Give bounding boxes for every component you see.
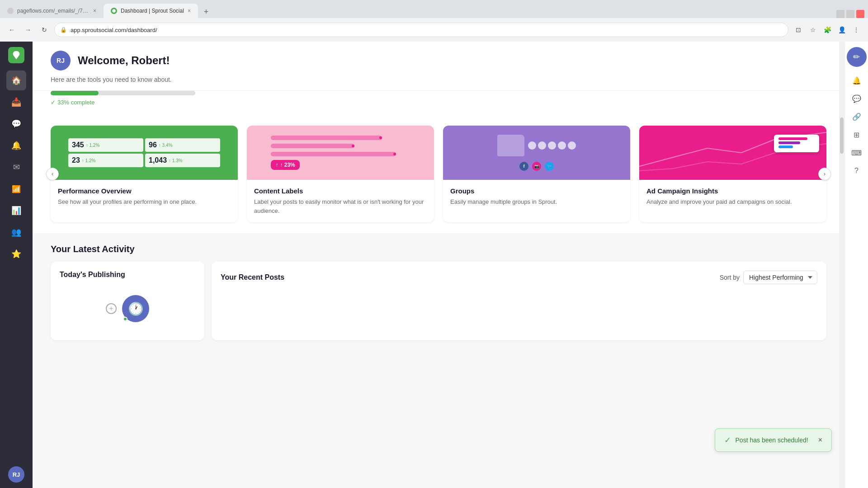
right-help-button[interactable]: ?	[849, 163, 865, 179]
right-notifications-button[interactable]: 🔔	[849, 72, 865, 89]
cast-icon[interactable]: ⊡	[792, 23, 805, 36]
recent-posts-title: Your Recent Posts	[221, 273, 284, 282]
toast-notification: ✓ Post has been scheduled! ×	[715, 428, 832, 452]
user-initials: RJ	[57, 57, 65, 64]
ad-visual	[639, 126, 826, 180]
sidebar-item-people[interactable]: 👥	[6, 222, 26, 242]
content-badge-icon: ↑	[275, 162, 278, 168]
feature-card-performance[interactable]: 345 ↑ 1.2% 96 ↑ 3.4% 23 ↑ 1.2%	[51, 126, 238, 222]
messages-icon: 💬	[11, 119, 21, 129]
compose-button[interactable]: ✏	[847, 47, 867, 67]
tab-close-1[interactable]: ×	[93, 8, 96, 14]
page-header: RJ Welcome, Robert! Here are the tools y…	[33, 42, 844, 91]
sidebar-item-home[interactable]: 🏠	[6, 70, 26, 90]
publishing-card: Today's Publishing + 🕐	[51, 262, 204, 340]
main-content: RJ Welcome, Robert! Here are the tools y…	[33, 42, 844, 488]
feature-card-groups[interactable]: f 📷 🐦 Groups Easily manage multiple grou…	[443, 126, 630, 222]
progress-label: ✓ 33% complete	[51, 99, 826, 106]
card-title-performance: Performance Overview	[58, 187, 231, 195]
tab-inactive[interactable]: pageflows.com/_emails/_/7fb5... ×	[0, 4, 104, 18]
stat-value-2: 96	[149, 141, 157, 149]
groups-avatars	[528, 141, 576, 150]
scrollbar-thumb	[840, 117, 844, 154]
card-image-performance: 345 ↑ 1.2% 96 ↑ 3.4% 23 ↑ 1.2%	[51, 126, 238, 180]
toast-close-button[interactable]: ×	[818, 436, 822, 444]
card-title-groups: Groups	[450, 187, 623, 195]
extensions-icon[interactable]: 🧩	[821, 23, 834, 36]
card-image-content-labels: ↑ ↑ 23%	[247, 126, 434, 180]
bookmark-icon[interactable]: ☆	[807, 23, 819, 36]
card-body-content-labels: Content Labels Label your posts to easil…	[247, 180, 434, 222]
cards-prev-button[interactable]: ‹	[46, 168, 59, 180]
perf-stat-1: 345 ↑ 1.2%	[68, 138, 143, 152]
clock-icon: 🕐	[128, 301, 144, 316]
refresh-button[interactable]: ↻	[38, 23, 51, 36]
sidebar-item-inbox[interactable]: 📥	[6, 92, 26, 112]
stat-change-1: ↑ 1.2%	[86, 143, 100, 148]
right-link-icon: 🔗	[852, 113, 861, 121]
schedule-icon: 🕐	[122, 295, 149, 322]
sort-select[interactable]: Highest Performing Most Recent Lowest Pe…	[743, 271, 817, 284]
perf-visual: 345 ↑ 1.2% 96 ↑ 3.4% 23 ↑ 1.2%	[65, 135, 224, 171]
sidebar-item-notifications[interactable]: 🔔	[6, 136, 26, 155]
group-avatar-2	[538, 141, 546, 150]
right-feedback-button[interactable]: 💬	[849, 90, 865, 107]
page-scrollbar[interactable]	[839, 42, 844, 488]
right-link-button[interactable]: 🔗	[849, 108, 865, 125]
groups-visual: f 📷 🐦	[497, 135, 576, 171]
tab-favicon-1	[7, 8, 14, 14]
card-title-ad-campaign: Ad Campaign Insights	[646, 187, 819, 195]
sort-by-container: Sort by Highest Performing Most Recent L…	[720, 271, 817, 284]
content-bar-2	[271, 144, 354, 148]
feature-card-ad-campaign[interactable]: Ad Campaign Insights Analyze and improve…	[639, 126, 826, 222]
app-layout: 🏠 📥 💬 🔔 ✉ 📶 📊 👥 ⭐ RJ	[0, 42, 868, 488]
sidebar-item-awards[interactable]: ⭐	[6, 244, 26, 264]
toast-message: Post has been scheduled!	[736, 436, 808, 444]
cards-next-button[interactable]: ›	[818, 168, 831, 180]
content-bar-3	[271, 152, 396, 156]
address-text: app.sproutsocial.com/dashboard/	[71, 27, 157, 33]
card-desc-groups: Easily manage multiple groups in Sprout.	[450, 197, 623, 206]
activity-grid: Today's Publishing + 🕐 Your Recent Posts	[51, 262, 826, 340]
lock-icon: 🔒	[60, 27, 67, 33]
back-button[interactable]: ←	[5, 23, 18, 36]
sidebar-user-avatar[interactable]: RJ	[8, 466, 24, 483]
group-avatar-4	[558, 141, 566, 150]
browser-close[interactable]	[856, 10, 864, 18]
social-icons-row: f 📷 🐦	[519, 162, 554, 171]
content-badge: ↑ ↑ 23%	[271, 160, 299, 170]
new-tab-button[interactable]: +	[200, 5, 212, 18]
right-apps-button[interactable]: ⊞	[849, 127, 865, 143]
sidebar-item-messages[interactable]: 💬	[6, 114, 26, 134]
forward-button[interactable]: →	[22, 23, 34, 36]
profile-icon[interactable]: 👤	[835, 23, 848, 36]
schedule-dot	[123, 317, 127, 321]
browser-maximize[interactable]	[846, 10, 854, 18]
card-body-performance: Performance Overview See how all your pr…	[51, 180, 238, 214]
feature-card-content-labels[interactable]: ↑ ↑ 23% Content Labels Label your posts …	[247, 126, 434, 222]
publishing-title: Today's Publishing	[60, 271, 195, 279]
ad-bar-1	[778, 137, 807, 140]
tab-close-2[interactable]: ×	[188, 8, 191, 14]
progress-section: ✓ 33% complete	[33, 91, 844, 115]
sidebar-item-analytics[interactable]: 📊	[6, 201, 26, 221]
tab-favicon-2	[111, 8, 117, 14]
add-post-button[interactable]: +	[106, 303, 117, 314]
cards-section: 345 ↑ 1.2% 96 ↑ 3.4% 23 ↑ 1.2%	[33, 115, 844, 233]
more-icon[interactable]: ⋮	[850, 23, 863, 36]
sprout-logo[interactable]	[8, 47, 24, 63]
tab-active[interactable]: Dashboard | Sprout Social ×	[104, 4, 198, 18]
cards-container: 345 ↑ 1.2% 96 ↑ 3.4% 23 ↑ 1.2%	[51, 126, 826, 222]
browser-minimize[interactable]	[836, 10, 844, 18]
address-bar[interactable]: 🔒 app.sproutsocial.com/dashboard/	[54, 23, 788, 37]
recent-posts-header: Your Recent Posts Sort by Highest Perfor…	[221, 271, 817, 284]
sidebar-avatar-initials: RJ	[13, 471, 20, 478]
page-header-top: RJ Welcome, Robert!	[51, 51, 826, 70]
right-keyboard-button[interactable]: ⌨	[849, 145, 865, 161]
ad-bar-2	[778, 141, 800, 144]
toast-check-icon: ✓	[724, 435, 731, 445]
group-avatar-3	[548, 141, 556, 150]
browser-nav: ← → ↻ 🔒 app.sproutsocial.com/dashboard/ …	[0, 18, 868, 42]
sidebar-item-listening[interactable]: 📶	[6, 179, 26, 199]
sidebar-item-publish[interactable]: ✉	[6, 157, 26, 177]
